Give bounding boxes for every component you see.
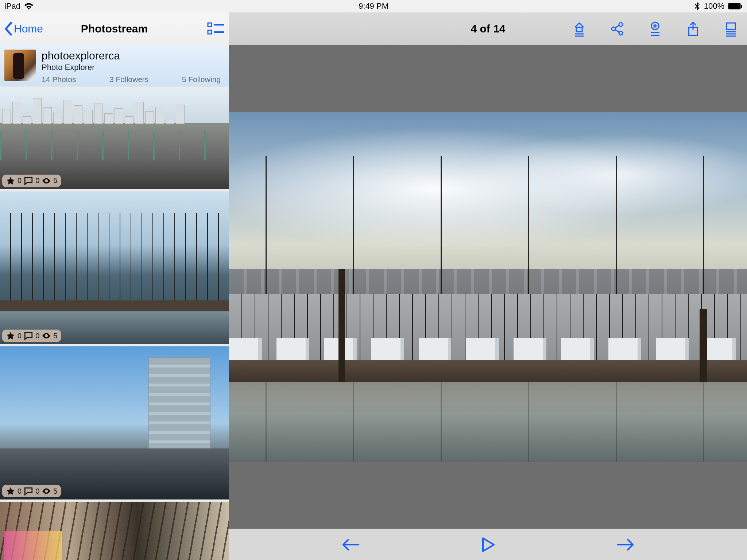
profile-followers-count[interactable]: 3 Followers [109,75,148,84]
structure-button[interactable] [570,20,588,38]
eye-icon [42,331,51,341]
profile-following-count[interactable]: 5 Following [182,75,221,84]
comment-icon [24,486,33,496]
profile-photos-count[interactable]: 14 Photos [42,75,76,84]
profile-header[interactable]: photoexplorerca Photo Explorer 14 Photos… [0,45,229,86]
plus-circle-stack-icon [647,21,663,37]
share-network-button[interactable] [608,20,626,38]
play-button[interactable] [478,534,498,555]
star-icon [6,176,15,186]
play-icon [481,537,495,553]
stat-comments: 0 [35,332,39,340]
thumb-stats: 0 0 5 [2,175,61,187]
back-label: Home [14,23,43,35]
stat-views: 5 [53,332,57,340]
battery-icon [728,3,743,9]
photo-counter: 4 of 14 [471,23,505,35]
sidebar-nav: Home Photostream [0,12,229,45]
svg-rect-0 [728,3,741,9]
svg-rect-4 [208,30,212,34]
back-button[interactable]: Home [4,22,43,36]
wifi-icon [24,3,34,10]
arrow-right-icon [616,538,634,551]
chevron-left-icon [4,22,13,36]
sidebar-title: Photostream [81,23,148,35]
house-stack-icon [571,21,587,37]
action-share-button[interactable] [684,20,702,38]
sidebar: Home Photostream photoexplorerca Photo E… [0,12,229,560]
detail-panel: 4 of 14 [229,12,747,560]
stat-stars: 0 [18,332,22,340]
stat-views: 5 [53,176,57,185]
svg-point-10 [612,27,615,31]
svg-rect-21 [727,23,735,30]
list-layout-icon [207,22,225,36]
photo-canvas[interactable] [229,45,747,529]
battery-percent: 100% [704,1,724,11]
svg-rect-2 [208,23,212,27]
thumb-stats: 0 0 5 [2,485,61,497]
status-time: 9:49 PM [359,1,388,11]
thumb-stats: 0 0 5 [2,330,61,342]
stat-views: 5 [53,487,57,495]
slideshow-button[interactable] [722,20,740,38]
share-network-icon [609,21,625,37]
comment-icon [24,176,33,186]
photo-display [229,112,747,462]
arrow-left-icon [342,538,360,551]
profile-displayname: Photo Explorer [42,63,224,72]
share-sheet-icon [685,21,701,37]
svg-rect-1 [741,5,742,8]
list-layout-toggle-button[interactable] [207,20,225,38]
device-label: iPad [4,1,20,11]
stat-comments: 0 [35,176,39,185]
eye-icon [42,176,51,186]
stat-stars: 0 [18,176,22,185]
playback-toolbar [229,529,747,560]
add-to-stack-button[interactable] [646,20,664,38]
detail-nav: 4 of 14 [229,12,747,45]
svg-point-11 [619,31,623,35]
thumbnail-list[interactable]: 0 0 5 0 0 5 [0,86,229,560]
star-icon [6,331,15,341]
comment-icon [24,331,33,341]
avatar [4,50,36,81]
bluetooth-icon [694,2,700,11]
list-item[interactable] [0,502,229,560]
next-button[interactable] [615,534,635,555]
list-item[interactable]: 0 0 5 [0,346,229,499]
list-item[interactable]: 0 0 5 [0,88,229,189]
status-bar: iPad 9:49 PM 100% [0,0,747,12]
previous-button[interactable] [341,534,361,555]
stat-stars: 0 [18,487,22,495]
profile-username: photoexplorerca [42,50,224,62]
star-icon [6,486,15,496]
svg-rect-6 [576,27,582,32]
slideshow-stack-icon [723,21,739,37]
eye-icon [42,486,51,496]
svg-marker-26 [483,538,494,551]
stat-comments: 0 [35,487,39,495]
svg-line-13 [615,30,619,32]
svg-point-9 [619,23,623,26]
list-item[interactable]: 0 0 5 [0,191,229,345]
svg-line-12 [615,25,619,28]
